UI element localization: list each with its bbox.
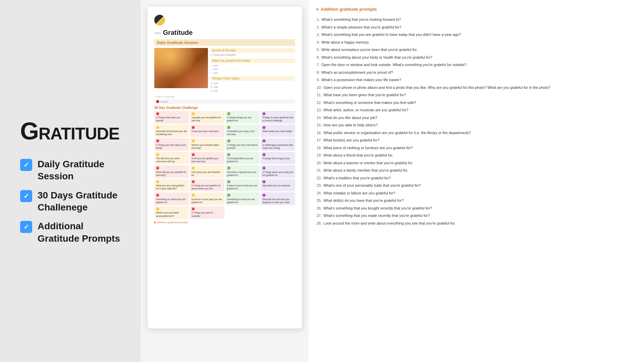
prompt-item: 25. What skill(s) do you have that you'r… bbox=[317, 197, 636, 204]
addition-prompts-link[interactable]: ▶ Addition gratitude prompts bbox=[154, 221, 295, 224]
cell-text: 3 Ways to inject gratitude into a curren… bbox=[262, 116, 293, 122]
feature-text: Daily Gratitude Session bbox=[38, 158, 121, 183]
challenge-cell: 🟡What is your favorite place and why? bbox=[190, 138, 224, 151]
center-panel: — Gratitude Daily Gratitude Session Quot… bbox=[141, 0, 309, 362]
cell-text: 3 Things that make you special bbox=[156, 116, 180, 122]
cell-icon: 🟣 bbox=[262, 153, 293, 157]
grateful-list: List List List bbox=[211, 64, 295, 75]
cell-text: 3 people you are grateful for and why bbox=[192, 116, 221, 122]
challenge-cell: 🟢3 Simple things you are grateful for bbox=[225, 111, 260, 124]
cell-icon: 🟡 bbox=[156, 180, 187, 184]
cell-text: 3 Everyday items you are grateful for bbox=[227, 157, 254, 163]
challenge-cell: 🔴3 Things that make you special bbox=[154, 111, 189, 124]
challenge-grid: 🔴3 Things that make you special🟡3 people… bbox=[154, 111, 295, 219]
challenge-cell: 🟡One luxury you are thankful for bbox=[190, 165, 224, 178]
right-panel: Addition gratitude prompts 1. What's som… bbox=[309, 0, 644, 362]
cell-icon: 🟡 bbox=[192, 112, 223, 116]
cell-text: 3 Songs that bring you joy bbox=[262, 157, 289, 160]
cell-text: 3 Things you love most about yourself bbox=[227, 144, 258, 149]
session-right: Quote of the day Drop your thoughts What… bbox=[211, 48, 295, 93]
challenge-cell: 🟡Describe the last time you did somethin… bbox=[154, 125, 189, 137]
cell-icon: 🟣 bbox=[262, 112, 293, 116]
checkbox-icon bbox=[20, 159, 32, 171]
feature-item-daily: Daily Gratitude Session bbox=[20, 158, 121, 183]
cell-text: 3 Things you are grateful for about wher… bbox=[192, 184, 221, 190]
prompt-item: 14. What do you like about your job? bbox=[317, 114, 636, 122]
challenge-cell: 🔴A fear you have overcome bbox=[190, 125, 224, 137]
logo-icon bbox=[154, 15, 165, 25]
prompt-item: 15. How are you able to help others? bbox=[317, 121, 636, 129]
cell-text: Say thank you to someone bbox=[262, 184, 290, 187]
doc-title: — Gratitude bbox=[154, 29, 295, 37]
prompt-item: 1. What's something that you're looking … bbox=[317, 16, 636, 23]
doc-logo bbox=[154, 15, 295, 25]
cell-text: Describe the last time you did something… bbox=[156, 130, 187, 135]
cell-text: What is your proudest accomplishment? bbox=[156, 212, 179, 217]
challenge-cell: 🔴Something in nature you are grateful fo… bbox=[154, 192, 189, 205]
archive-icon bbox=[156, 100, 159, 103]
cell-icon: 🟣 bbox=[262, 180, 293, 184]
challenge-cell: 🟡3 people you are grateful for and why bbox=[190, 111, 224, 124]
cell-icon: 🔴 bbox=[192, 180, 223, 184]
cell-icon: 🟢 bbox=[227, 194, 258, 197]
prompt-item: 19. Write about a friend that you're gra… bbox=[317, 152, 636, 159]
prompt-item: 5. Write about someplace you've been tha… bbox=[317, 46, 636, 54]
cell-text: The last time you were overcome with joy bbox=[156, 157, 179, 163]
prompt-item: 12. What's something or someone that mak… bbox=[317, 99, 636, 107]
cell-icon: 🟡 bbox=[192, 194, 223, 197]
cell-icon: 🔴 bbox=[192, 207, 223, 211]
prompt-item: 10. Open your phone or photo album and f… bbox=[317, 84, 636, 92]
feature-text: Additional Gratitude Prompts bbox=[38, 220, 121, 245]
things-item: 3. List bbox=[211, 89, 295, 93]
prompt-item: 6. What's something about your body or h… bbox=[317, 54, 636, 61]
add-day-link[interactable]: + Add a new day bbox=[154, 95, 295, 98]
challenge-cell: 🟣Say thank you to someone bbox=[261, 179, 295, 192]
cell-text: 3 Simple things you are grateful for bbox=[227, 116, 252, 122]
feature-list: Daily Gratitude Session 30 Days Gratitud… bbox=[20, 158, 121, 245]
feature-text: 30 Days Gratitude Challenege bbox=[38, 189, 121, 214]
cell-icon: 🔴 bbox=[156, 167, 187, 170]
session-grid: Quote of the day Drop your thoughts What… bbox=[154, 48, 295, 93]
cell-icon: 🟡 bbox=[156, 126, 187, 129]
challenge-cell: 🔴3 Things you want to manifest bbox=[190, 206, 224, 219]
prompt-item: 22. What's a tradition that you're grate… bbox=[317, 174, 636, 182]
challenge-cell: 🟢3 Things you love most about yourself bbox=[225, 138, 260, 151]
prompt-item: 13. What artist, author, or musician are… bbox=[317, 106, 636, 114]
challenge-cell: 🟡What is your proudest accomplishment? bbox=[154, 206, 189, 219]
prompt-item: 26. What's something that you bought rec… bbox=[317, 204, 636, 212]
cell-icon: 🟢 bbox=[227, 126, 258, 129]
cell-text: What you are most grateful for in your d… bbox=[156, 184, 184, 190]
cell-text: A challenging experience that made you s… bbox=[262, 144, 293, 149]
left-panel: Gratitude Daily Gratitude Session 30 Day… bbox=[0, 0, 141, 362]
cell-text: 3 Things about your body you are gratefu… bbox=[262, 171, 293, 176]
cell-text: What is your favorite place and why? bbox=[192, 144, 219, 149]
challenge-cell: 🔴A risk you are grateful you took and wh… bbox=[190, 152, 224, 165]
challenge-cell: 🟢3 Items in your home you are grateful f… bbox=[225, 179, 260, 192]
prompt-item: 18. What piece of clothing or furniture … bbox=[317, 144, 636, 152]
feature-item-additional: Additional Gratitude Prompts bbox=[20, 220, 121, 245]
cell-text: Describe the last time you laughed so ha… bbox=[262, 198, 289, 203]
cell-icon: 🟡 bbox=[192, 167, 223, 170]
cell-icon: 🔴 bbox=[156, 139, 187, 143]
session-image bbox=[154, 48, 208, 88]
prompt-item: 4. Write about a happy memory. bbox=[317, 39, 636, 46]
cell-text: What made you smile today? bbox=[262, 130, 292, 132]
challenge-cell: 🟣What made you smile today? bbox=[261, 125, 295, 137]
challenge-cell: 🟢Something at work you are grateful for bbox=[225, 192, 260, 205]
cell-text: What skill are you grateful for and why? bbox=[156, 171, 186, 176]
cell-icon: 🟣 bbox=[262, 126, 293, 129]
challenge-cell: 🟢Describe a rejection you are grateful f… bbox=[225, 165, 260, 178]
cell-icon: 🔴 bbox=[192, 153, 223, 157]
things-item: 2. List bbox=[211, 85, 295, 89]
document-preview: — Gratitude Daily Gratitude Session Quot… bbox=[148, 7, 302, 328]
cell-icon: 🟢 bbox=[227, 153, 258, 157]
prompt-item: 11. What have you been given that you're… bbox=[317, 91, 636, 99]
prompt-item: 8. What's an accomplishment you're proud… bbox=[317, 69, 636, 76]
checkbox-icon bbox=[20, 190, 32, 202]
cell-text: One luxury you are thankful for bbox=[192, 171, 220, 176]
prompt-item: 3. What's something that you are gratefu… bbox=[317, 31, 636, 39]
things-list: 1. List 2. List 3. List bbox=[211, 81, 295, 93]
challenge-cell: 🟢3 Everyday items you are grateful for bbox=[225, 152, 260, 165]
page-title: Gratitude bbox=[20, 117, 121, 145]
cell-icon: 🔴 bbox=[156, 194, 187, 197]
